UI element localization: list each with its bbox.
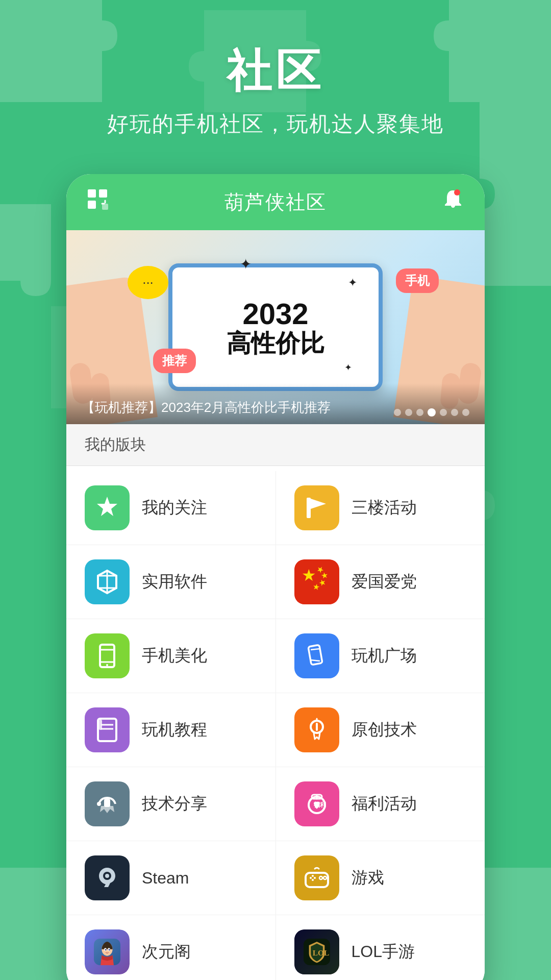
svg-point-37 xyxy=(319,876,322,879)
useful-software-icon xyxy=(85,559,130,604)
chat-bubble: ··· xyxy=(128,266,168,299)
phone-beauty-label: 手机美化 xyxy=(142,645,207,667)
tutorial-icon xyxy=(85,707,130,752)
games-label: 游戏 xyxy=(352,867,384,889)
banner-area[interactable]: 2032 高性价比 ✦ ✦ ✦ ··· 推荐 手机 【玩机推荐】2023年2月高… xyxy=(66,230,485,424)
svg-point-31 xyxy=(105,874,109,878)
banner-year: 2032 xyxy=(242,298,308,330)
menu-item-games[interactable]: 游戏 xyxy=(276,841,485,915)
patriot-icon: ★ ★ ★ ★ ★ xyxy=(294,559,339,604)
menu-row-4: 玩机教程 原创技术 xyxy=(66,693,485,767)
svg-point-33 xyxy=(312,879,314,881)
svg-rect-0 xyxy=(88,189,96,198)
app-header-bar: 葫芦侠社区 xyxy=(66,174,485,230)
svg-rect-1 xyxy=(99,189,107,198)
svg-marker-9 xyxy=(311,499,326,509)
menu-item-useful-software[interactable]: 实用软件 xyxy=(66,545,276,619)
grid-icon[interactable] xyxy=(87,188,109,216)
play-square-label: 玩机广场 xyxy=(352,645,417,667)
useful-software-label: 实用软件 xyxy=(142,571,207,593)
banner-caption: 【玩机推荐】2023年2月高性价比手机推荐 xyxy=(66,383,485,424)
anime-label: 次元阁 xyxy=(142,941,191,963)
svg-text:LOL: LOL xyxy=(312,948,329,957)
steam-icon xyxy=(85,855,130,900)
bell-icon[interactable] xyxy=(442,188,464,216)
svg-rect-2 xyxy=(88,201,96,209)
svg-rect-20 xyxy=(99,720,102,730)
menu-item-original-tech[interactable]: 原创技术 xyxy=(276,693,485,767)
svg-line-15 xyxy=(311,649,320,650)
dot-4[interactable] xyxy=(428,408,436,416)
svg-rect-25 xyxy=(104,799,110,807)
menu-row-3: 手机美化 玩机广场 xyxy=(66,619,485,693)
original-tech-label: 原创技术 xyxy=(352,719,417,741)
lol-icon: LOL xyxy=(294,929,339,974)
menu-row-7: 次元阁 LOL LOL手游 xyxy=(66,915,485,980)
menu-item-steam[interactable]: Steam xyxy=(66,841,276,915)
svg-point-44 xyxy=(109,949,110,950)
lol-label: LOL手游 xyxy=(352,941,415,963)
menu-item-tutorial[interactable]: 玩机教程 xyxy=(66,693,276,767)
tech-share-label: 技术分享 xyxy=(142,793,207,815)
svg-rect-3 xyxy=(102,204,108,210)
phone-beauty-icon xyxy=(85,633,130,678)
svg-point-24 xyxy=(97,802,101,806)
3f-activity-icon xyxy=(294,485,339,530)
tech-share-icon xyxy=(85,781,130,826)
3f-activity-label: 三楼活动 xyxy=(352,497,417,519)
dot-1[interactable] xyxy=(394,409,401,416)
banner-caption-text: 【玩机推荐】2023年2月高性价比手机推荐 xyxy=(82,399,331,416)
welfare-icon: 福利 xyxy=(294,781,339,826)
svg-point-6 xyxy=(454,189,460,195)
svg-point-36 xyxy=(310,877,312,879)
banner-text: 高性价比 xyxy=(227,330,324,357)
menu-item-tech-share[interactable]: 技术分享 xyxy=(66,767,276,841)
patriot-label: 爱国爱党 xyxy=(352,571,417,593)
svg-rect-14 xyxy=(308,645,322,665)
svg-marker-7 xyxy=(97,497,117,516)
menu-item-welfare[interactable]: 福利 福利活动 xyxy=(276,767,485,841)
menu-grid: 我的关注 三楼活动 xyxy=(66,466,485,980)
menu-item-my-follow[interactable]: 我的关注 xyxy=(66,471,276,545)
menu-item-play-square[interactable]: 玩机广场 xyxy=(276,619,485,693)
menu-row-1: 我的关注 三楼活动 xyxy=(66,471,485,545)
menu-row-5: 技术分享 福利 福利活动 xyxy=(66,767,485,841)
page-title: 社区 xyxy=(0,41,551,102)
svg-point-35 xyxy=(312,875,314,877)
app-title: 葫芦侠社区 xyxy=(224,189,327,215)
svg-point-13 xyxy=(106,664,108,666)
welfare-label: 福利活动 xyxy=(352,793,417,815)
menu-row-6: Steam 游戏 xyxy=(66,841,485,915)
page-subtitle: 好玩的手机社区，玩机达人聚集地 xyxy=(0,110,551,138)
phone-mockup: 葫芦侠社区 xyxy=(66,174,485,980)
original-tech-icon xyxy=(294,707,339,752)
banner-dots xyxy=(394,408,469,416)
tutorial-label: 玩机教程 xyxy=(142,719,207,741)
svg-point-43 xyxy=(105,949,107,950)
dot-3[interactable] xyxy=(416,409,423,416)
svg-text:福利: 福利 xyxy=(313,801,326,808)
svg-point-38 xyxy=(323,876,327,879)
my-follow-icon xyxy=(85,485,130,530)
steam-label: Steam xyxy=(142,869,189,888)
dot-7[interactable] xyxy=(462,409,469,416)
menu-item-patriot[interactable]: ★ ★ ★ ★ ★ 爱国爱党 xyxy=(276,545,485,619)
dot-6[interactable] xyxy=(451,409,458,416)
my-blocks-header: 我的版块 xyxy=(66,424,485,466)
badge-phone: 手机 xyxy=(396,268,439,293)
play-square-icon xyxy=(294,633,339,678)
svg-point-34 xyxy=(314,877,316,879)
games-icon xyxy=(294,855,339,900)
menu-item-lol[interactable]: LOL LOL手游 xyxy=(276,915,485,980)
menu-item-anime[interactable]: 次元阁 xyxy=(66,915,276,980)
menu-item-phone-beauty[interactable]: 手机美化 xyxy=(66,619,276,693)
my-follow-label: 我的关注 xyxy=(142,497,207,519)
svg-line-16 xyxy=(311,660,320,661)
svg-rect-10 xyxy=(100,645,114,667)
my-blocks-label: 我的版块 xyxy=(85,436,146,453)
badge-recommend: 推荐 xyxy=(153,349,196,373)
menu-item-3f-activity[interactable]: 三楼活动 xyxy=(276,471,485,545)
dot-2[interactable] xyxy=(405,409,412,416)
dot-5[interactable] xyxy=(440,409,447,416)
svg-rect-8 xyxy=(307,498,311,518)
